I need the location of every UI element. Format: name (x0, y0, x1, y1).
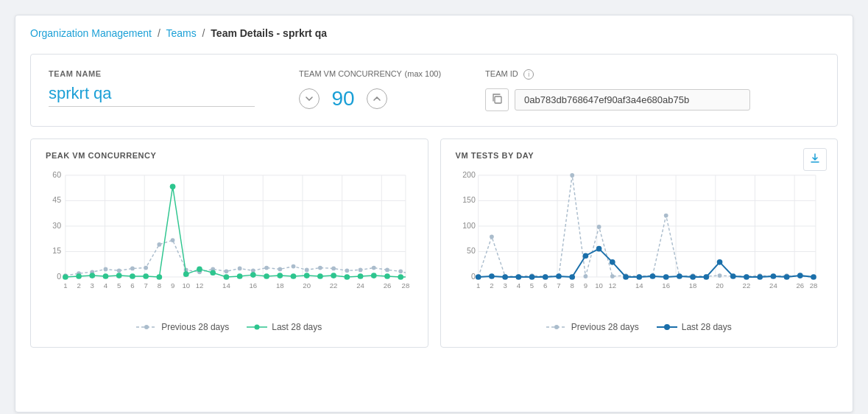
svg-point-126 (610, 274, 614, 278)
svg-point-48 (76, 273, 82, 279)
svg-text:3: 3 (91, 281, 94, 290)
svg-point-158 (690, 274, 696, 280)
svg-point-47 (63, 274, 68, 280)
svg-text:2: 2 (77, 281, 80, 290)
svg-rect-0 (495, 97, 501, 103)
concurrency-increase-button[interactable] (367, 88, 387, 109)
svg-text:2: 2 (490, 281, 493, 290)
team-id-info-icon[interactable]: i (523, 69, 534, 80)
svg-point-150 (582, 253, 588, 259)
vm-tests-chart-card: VM TESTS BY DAY 200 150 100 50 0 (440, 138, 839, 348)
svg-point-68 (345, 274, 350, 280)
svg-text:24: 24 (356, 281, 364, 290)
svg-text:200: 200 (462, 170, 476, 179)
svg-point-27 (144, 266, 148, 270)
svg-point-52 (130, 273, 135, 279)
svg-text:16: 16 (662, 281, 670, 290)
team-id-wrapper: 0ab783db768647ef90af3a4e680ab75b (485, 88, 819, 111)
svg-point-34 (238, 267, 242, 271)
svg-text:26: 26 (796, 281, 804, 290)
svg-point-33 (225, 270, 229, 274)
svg-point-49 (89, 273, 95, 278)
svg-text:50: 50 (467, 246, 476, 255)
svg-point-159 (703, 274, 709, 280)
team-id-value: 0ab783db768647ef90af3a4e680ab75b (515, 89, 750, 110)
svg-point-151 (596, 246, 601, 252)
svg-point-66 (317, 273, 323, 279)
svg-point-64 (291, 273, 297, 279)
svg-point-153 (623, 274, 629, 280)
svg-text:1: 1 (476, 281, 480, 290)
svg-text:8: 8 (158, 281, 161, 290)
svg-text:4: 4 (104, 281, 108, 290)
vm-tests-chart-svg: 200 150 100 50 0 (456, 169, 823, 316)
team-name-group: TEAM NAME sprkrt qa (49, 69, 255, 107)
svg-text:7: 7 (557, 281, 560, 290)
concurrency-value: 90 (328, 87, 358, 110)
svg-point-50 (103, 273, 109, 279)
svg-point-25 (117, 269, 121, 273)
concurrency-decrease-button[interactable] (299, 88, 320, 109)
svg-text:14: 14 (222, 281, 230, 290)
svg-point-61 (250, 272, 256, 278)
svg-point-143 (489, 273, 495, 279)
svg-text:20: 20 (303, 281, 311, 290)
svg-text:20: 20 (716, 281, 724, 290)
svg-point-134 (717, 273, 721, 278)
svg-text:10: 10 (182, 281, 190, 290)
charts-row: PEAK VM CONCURRENCY 60 45 30 15 0 (30, 138, 838, 348)
svg-text:8: 8 (570, 281, 574, 290)
peak-vm-chart-card: PEAK VM CONCURRENCY 60 45 30 15 0 (30, 138, 428, 348)
breadcrumb-current: Team Details - sprkrt qa (211, 27, 327, 39)
svg-text:60: 60 (52, 170, 61, 179)
svg-point-67 (331, 273, 336, 278)
svg-text:16: 16 (250, 281, 258, 290)
svg-point-40 (318, 266, 322, 270)
svg-text:24: 24 (769, 281, 777, 290)
team-id-label: TEAM ID i (485, 69, 819, 80)
breadcrumb-org-link[interactable]: Organization Management (30, 27, 152, 39)
svg-text:18: 18 (276, 281, 284, 290)
svg-text:9: 9 (171, 281, 174, 290)
svg-point-124 (583, 274, 588, 278)
team-name-value[interactable]: sprkrt qa (49, 84, 255, 107)
concurrency-group: TEAM VM CONCURRENCY (max 100) 90 (299, 69, 441, 110)
copy-team-id-button[interactable] (485, 88, 509, 111)
svg-point-117 (490, 235, 494, 239)
svg-point-58 (210, 270, 216, 276)
svg-text:28: 28 (402, 281, 410, 290)
svg-point-164 (770, 273, 776, 279)
svg-point-28 (157, 242, 161, 247)
svg-text:6: 6 (130, 281, 134, 290)
vm-tests-legend-previous: Previous 28 days (546, 322, 639, 332)
vm-tests-chart-area: 200 150 100 50 0 (456, 169, 823, 316)
svg-point-44 (372, 266, 376, 270)
svg-text:45: 45 (52, 195, 61, 204)
svg-point-39 (305, 268, 309, 273)
svg-point-156 (663, 274, 668, 280)
svg-point-145 (515, 274, 521, 280)
svg-point-53 (143, 273, 149, 279)
svg-point-161 (730, 273, 735, 279)
peak-vm-chart-legend: Previous 28 days Last 28 days (46, 322, 413, 332)
svg-point-154 (636, 274, 642, 280)
svg-point-93 (144, 325, 149, 329)
svg-point-24 (104, 267, 108, 272)
svg-text:0: 0 (57, 272, 61, 281)
svg-point-144 (502, 274, 508, 280)
svg-text:30: 30 (52, 221, 61, 230)
svg-point-190 (664, 324, 670, 330)
svg-text:18: 18 (688, 281, 696, 290)
breadcrumb-sep1: / (158, 27, 160, 39)
peak-vm-chart-area: 60 45 30 15 0 (46, 169, 413, 316)
breadcrumb-teams-link[interactable]: Teams (166, 27, 196, 39)
peak-legend-previous: Previous 28 days (136, 322, 229, 332)
svg-point-125 (596, 225, 601, 229)
team-id-group: TEAM ID i 0ab783db768647ef90af3a4e680ab7… (485, 69, 819, 111)
svg-text:6: 6 (543, 281, 547, 290)
peak-vm-chart-title: PEAK VM CONCURRENCY (46, 151, 413, 160)
svg-text:5: 5 (529, 281, 533, 290)
peak-legend-last: Last 28 days (247, 322, 322, 332)
download-button[interactable] (803, 148, 827, 171)
svg-text:15: 15 (52, 246, 61, 255)
